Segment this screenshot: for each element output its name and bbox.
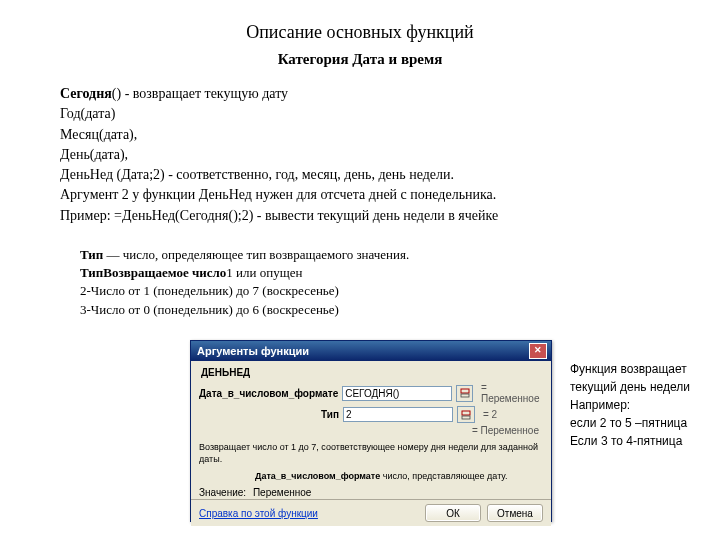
result-label: Значение: xyxy=(199,487,246,498)
desc-line-4: День(дата), xyxy=(60,145,660,165)
arg2-input[interactable] xyxy=(343,407,453,422)
page-subtitle: Категория Дата и время xyxy=(0,51,720,68)
desc-line-1-rest: () - возвращает текущую дату xyxy=(112,86,288,101)
collapse-dialog-icon xyxy=(460,388,470,398)
hint-desc: Возвращает число от 1 до 7, соответствую… xyxy=(199,442,543,465)
arg-row-1: Дата_в_числовом_формате = Переменное xyxy=(199,382,543,404)
result-eval-row: = Переменное xyxy=(199,425,539,436)
desc-line-6: Аргумент 2 у функции ДеньНед нужен для о… xyxy=(60,185,660,205)
type-line-1-bold: Тип xyxy=(80,247,103,262)
ok-button[interactable]: ОК xyxy=(425,504,481,522)
desc-line-7: Пример: =ДеньНед(Сегодня();2) - вывести … xyxy=(60,206,660,226)
desc-line-1-bold: Сегодня xyxy=(60,86,112,101)
svg-rect-0 xyxy=(461,389,469,393)
hint-arg-rest: число, представляющее дату. xyxy=(380,471,507,481)
arg1-eval: = Переменное xyxy=(481,382,543,404)
type-line-3: 2-Число от 1 (понедельник) до 7 (воскрес… xyxy=(80,282,640,300)
side-note-l4: Если 3 то 4-пятница xyxy=(570,432,710,450)
svg-rect-1 xyxy=(461,394,469,397)
hint-arg-label: Дата_в_числовом_формате xyxy=(255,471,380,481)
arg2-eval: = 2 xyxy=(483,409,497,420)
svg-rect-3 xyxy=(462,416,470,419)
dialog-buttons: ОК Отмена xyxy=(425,504,543,522)
function-arguments-dialog: Аргументы функции ✕ ДЕНЬНЕД Дата_в_число… xyxy=(190,340,552,522)
page-title: Описание основных функций xyxy=(0,22,720,43)
arg2-ref-button[interactable] xyxy=(457,406,475,423)
arg1-input[interactable] xyxy=(342,386,452,401)
hint-arg: Дата_в_числовом_формате число, представл… xyxy=(199,471,543,483)
desc-line-3: Месяц(дата), xyxy=(60,125,660,145)
cancel-button[interactable]: Отмена xyxy=(487,504,543,522)
desc-line-1: Сегодня() - возвращает текущую дату xyxy=(60,84,660,104)
desc-line-5: ДеньНед (Дата;2) - соответственно, год, … xyxy=(60,165,660,185)
side-note-l1: Функция возвращает текущий день недели xyxy=(570,360,710,396)
result-value: Переменное xyxy=(253,487,311,498)
result-eval: = Переменное xyxy=(472,425,539,436)
type-line-1: Тип — число, определяющее тип возвращаем… xyxy=(80,246,640,264)
close-icon[interactable]: ✕ xyxy=(529,343,547,359)
description-block: Сегодня() - возвращает текущую дату Год(… xyxy=(60,84,660,226)
type-line-4: 3-Число от 0 (понедельник) до 6 (воскрес… xyxy=(80,301,640,319)
arg1-ref-button[interactable] xyxy=(456,385,473,402)
result-row: Значение: Переменное xyxy=(199,487,543,498)
side-note-l3: если 2 то 5 –пятница xyxy=(570,414,710,432)
dialog-title: Аргументы функции xyxy=(197,345,309,357)
type-line-2: ТипВозвращаемое число1 или опущен xyxy=(80,264,640,282)
side-note: Функция возвращает текущий день недели Н… xyxy=(570,360,710,450)
type-line-2-rest: 1 или опущен xyxy=(226,265,302,280)
arg-row-2: Тип = 2 xyxy=(199,406,543,423)
arg1-label: Дата_в_числовом_формате xyxy=(199,388,338,399)
dialog-titlebar[interactable]: Аргументы функции ✕ xyxy=(191,341,551,361)
dialog-body: ДЕНЬНЕД Дата_в_числовом_формате = Переме… xyxy=(191,361,551,499)
function-name: ДЕНЬНЕД xyxy=(201,367,543,378)
dialog-footer: Справка по этой функции ОК Отмена xyxy=(191,499,551,526)
type-block: Тип — число, определяющее тип возвращаем… xyxy=(80,246,640,319)
svg-rect-2 xyxy=(462,411,470,415)
type-line-1-rest: — число, определяющее тип возвращаемого … xyxy=(103,247,409,262)
type-line-2-bold: ТипВозвращаемое число xyxy=(80,265,226,280)
desc-line-2: Год(дата) xyxy=(60,104,660,124)
side-note-l2: Например: xyxy=(570,396,710,414)
help-link[interactable]: Справка по этой функции xyxy=(199,508,318,519)
collapse-dialog-icon xyxy=(461,410,471,420)
arg2-label: Тип xyxy=(199,409,339,420)
